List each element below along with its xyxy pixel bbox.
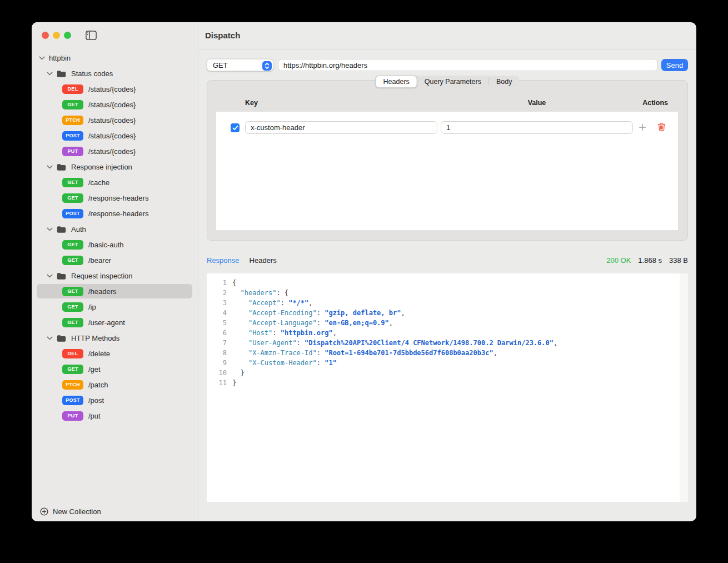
request-path-label: /basic-auth [88, 241, 124, 249]
request-path-label: /get [88, 365, 101, 373]
request-path-label: /post [88, 396, 104, 405]
request-path-label: /put [88, 412, 101, 420]
sidebar-folder-http-methods[interactable]: HTTP Methods [32, 330, 198, 346]
request-path-label: /user-agent [88, 318, 125, 327]
sidebar-folder-response-injection[interactable]: Response injection [32, 159, 198, 175]
chevron-down-icon[interactable] [47, 274, 53, 278]
code-line: 10 } [207, 368, 680, 378]
add-header-button[interactable] [639, 123, 646, 131]
send-button[interactable]: Send [661, 59, 688, 71]
sidebar-item-get-get[interactable]: GET/get [32, 361, 198, 377]
line-number: 7 [207, 338, 232, 348]
method-select-value: GET [213, 61, 228, 69]
code-line: 5 "Accept-Language": "en-GB,en;q=0.9", [207, 318, 680, 328]
sidebar-folder-status-codes[interactable]: Status codes [32, 66, 198, 81]
tab-headers[interactable]: Headers [376, 76, 417, 88]
sidebar-item-ptch-status-codes[interactable]: PTCH/status/{codes} [32, 112, 198, 128]
sidebar-item-post-status-codes[interactable]: POST/status/{codes} [32, 128, 198, 143]
request-path-label: /status/{codes} [88, 147, 136, 156]
sidebar-item-get-cache[interactable]: GET/cache [32, 175, 198, 190]
sidebar-folder-request-inspection[interactable]: Request inspection [32, 268, 198, 283]
tab-query-parameters[interactable]: Query Parameters [417, 76, 488, 88]
request-path-label: /response-headers [88, 194, 148, 202]
column-header-value: Value [495, 99, 579, 107]
new-collection-button[interactable]: New Collection [40, 507, 101, 516]
sidebar-folder-auth[interactable]: Auth [32, 221, 198, 237]
tab-body[interactable]: Body [489, 76, 520, 88]
table-row [216, 112, 678, 143]
new-collection-label: New Collection [53, 507, 101, 516]
chevron-down-icon[interactable] [47, 72, 53, 76]
scrollbar-gutter[interactable] [680, 273, 688, 502]
sidebar-item-del-delete[interactable]: DEL/delete [32, 346, 198, 361]
response-tab-headers[interactable]: Headers [250, 256, 277, 265]
code-line: 1{ [207, 278, 680, 288]
sidebar-item-post-response-headers[interactable]: POST/response-headers [32, 206, 198, 221]
method-badge: DEL [62, 84, 83, 94]
zoom-window-button[interactable] [64, 32, 71, 39]
line-number: 3 [207, 298, 232, 308]
collection-tree: httpbinStatus codesDEL/status/{codes}GET… [32, 50, 198, 424]
method-select[interactable]: GET [207, 59, 273, 71]
folder-name-label: Auth [71, 225, 86, 233]
folder-name-label: HTTP Methods [71, 334, 119, 342]
folder-icon [57, 70, 66, 77]
request-headers-panel: Key Value Actions [207, 80, 688, 241]
response-body-panel[interactable]: 1{2 "headers": {3 "Accept": "*/*",4 "Acc… [207, 273, 688, 502]
chevron-down-icon[interactable] [47, 227, 53, 231]
sidebar-toggle-button[interactable] [86, 31, 97, 42]
header-key-input[interactable] [245, 121, 437, 134]
sidebar-root-httpbin[interactable]: httpbin [32, 50, 198, 66]
code-line: 8 "X-Amzn-Trace-Id": "Root=1-694be701-7d… [207, 348, 680, 358]
request-path-label: /cache [88, 178, 109, 187]
code-line: 6 "Host": "httpbin.org", [207, 328, 680, 338]
request-path-label: /patch [88, 381, 108, 389]
sidebar-item-del-status-codes[interactable]: DEL/status/{codes} [32, 81, 198, 97]
sidebar-item-put-put[interactable]: PUT/put [32, 408, 198, 424]
sidebar-item-put-status-codes[interactable]: PUT/status/{codes} [32, 143, 198, 159]
response-code: 1{2 "headers": {3 "Accept": "*/*",4 "Acc… [207, 278, 680, 388]
header-enabled-checkbox[interactable] [231, 123, 240, 132]
sidebar-item-get-headers[interactable]: GET/headers [32, 283, 198, 299]
sidebar-item-get-basic-auth[interactable]: GET/basic-auth [32, 237, 198, 252]
chevron-down-icon[interactable] [47, 336, 53, 340]
request-path-label: /status/{codes} [88, 85, 136, 93]
minimize-window-button[interactable] [53, 32, 60, 39]
request-path-label: /status/{codes} [88, 132, 136, 140]
method-badge: POST [62, 396, 83, 405]
response-bar: Response Headers 200 OK 1.868 s 338 B [207, 255, 688, 266]
method-badge: POST [62, 131, 83, 141]
app-window: httpbinStatus codesDEL/status/{codes}GET… [32, 22, 696, 521]
header-value-input[interactable] [441, 121, 633, 134]
plus-circle-icon [40, 507, 48, 516]
sidebar-item-get-user-agent[interactable]: GET/user-agent [32, 315, 198, 330]
method-badge: GET [62, 365, 83, 374]
chevron-down-icon[interactable] [47, 165, 53, 169]
method-badge: PUT [62, 411, 83, 421]
method-badge: GET [62, 100, 83, 109]
request-path-label: /response-headers [88, 210, 148, 218]
code-line: 7 "User-Agent": "Dispatch%20API%20Client… [207, 338, 680, 348]
folder-name-label: Request inspection [71, 272, 133, 280]
method-badge: GET [62, 287, 83, 296]
method-badge: GET [62, 318, 83, 327]
code-line: 9 "X-Custom-Header": "1" [207, 358, 680, 368]
delete-header-button[interactable] [657, 122, 666, 132]
line-number: 4 [207, 308, 232, 318]
sidebar-item-get-response-headers[interactable]: GET/response-headers [32, 190, 198, 206]
check-icon [232, 125, 238, 131]
folder-icon [57, 226, 66, 233]
sidebar-item-get-status-codes[interactable]: GET/status/{codes} [32, 97, 198, 112]
sidebar-item-get-bearer[interactable]: GET/bearer [32, 252, 198, 268]
sidebar-item-get-ip[interactable]: GET/ip [32, 299, 198, 315]
code-line: 11} [207, 378, 680, 388]
url-input[interactable] [278, 59, 658, 71]
sidebar-item-ptch-patch[interactable]: PTCH/patch [32, 377, 198, 392]
sidebar-item-post-post[interactable]: POST/post [32, 392, 198, 408]
close-window-button[interactable] [42, 32, 49, 39]
chevron-down-icon[interactable] [39, 56, 45, 60]
collection-name-label: httpbin [49, 54, 71, 62]
line-number: 9 [207, 358, 232, 368]
response-meta: 200 OK 1.868 s 338 B [606, 256, 688, 265]
response-tab-body[interactable]: Response [207, 256, 240, 265]
